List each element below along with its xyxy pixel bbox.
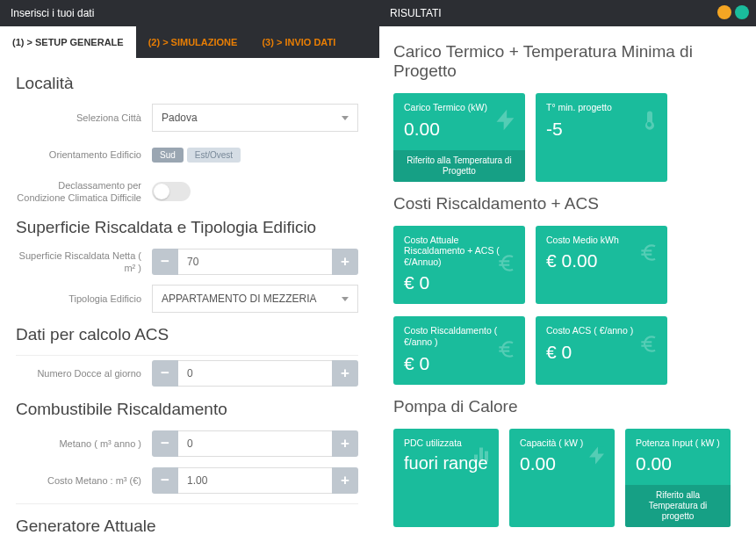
euro-icon: [637, 241, 660, 266]
collapse-icon[interactable]: [717, 5, 731, 19]
superficie-minus[interactable]: −: [152, 249, 178, 275]
costo-metano-plus[interactable]: +: [332, 467, 358, 494]
tile-potenza-input: Potenza Input ( kW ) 0.00 Riferito alla …: [625, 429, 731, 528]
setup-tabs: (1) > SETUP GENERALE (2) > SIMULAZIONE (…: [0, 26, 379, 58]
section-combustibile: Combustibile Riscaldamento: [16, 400, 358, 419]
section-superficie: Superficie Riscaldata e Tipologia Edific…: [16, 218, 358, 237]
costo-metano-minus[interactable]: −: [152, 467, 178, 494]
tile-foot: Riferito alla Temperatura di progetto: [625, 485, 731, 527]
divider: [16, 355, 358, 356]
label-orientamento: Orientamento Edificio: [16, 148, 152, 161]
tile-carico-termico: Carico Termico (kW) 0.00 Riferito alla T…: [393, 93, 525, 182]
tile-costo-riscaldamento: Costo Riscaldamento ( €/anno ) € 0: [393, 316, 525, 384]
label-metano: Metano ( m³ anno ): [16, 437, 152, 450]
label-tipologia: Tipologia Edificio: [16, 293, 152, 305]
section-localita: Località: [16, 74, 358, 93]
section-generatore: Generatore Attuale: [16, 517, 358, 535]
input-superficie[interactable]: [178, 249, 332, 275]
docce-plus[interactable]: +: [332, 360, 358, 387]
input-costo-metano[interactable]: [178, 467, 332, 494]
metano-minus[interactable]: −: [152, 430, 178, 457]
bolt-icon: [587, 445, 608, 468]
metano-plus[interactable]: +: [332, 430, 358, 457]
results-body: Carico Termico + Temperatura Minima di P…: [379, 26, 756, 535]
right-panel-title: RISULTATI: [390, 7, 442, 19]
tab-setup-generale[interactable]: (1) > SETUP GENERALE: [0, 26, 136, 58]
euro-icon: [495, 252, 518, 278]
bolt-icon: [493, 108, 518, 135]
tile-capacita: Capacità ( kW ) 0.00: [509, 429, 615, 528]
chart-icon: [471, 445, 492, 468]
section-acs: Dati per calcolo ACS: [16, 325, 358, 344]
select-tipologia-value: APPARTAMENTO DI MEZZERIA: [162, 293, 316, 305]
tile-label: Potenza Input ( kW ): [636, 437, 720, 449]
results-section-carico: Carico Termico + Temperatura Minima di P…: [393, 42, 742, 81]
label-docce: Numero Docce al giorno: [16, 367, 152, 380]
label-superficie: Superficie Riscaldata Netta ( m² ): [16, 249, 152, 275]
docce-minus[interactable]: −: [152, 360, 178, 387]
thermometer-icon: [639, 107, 660, 136]
tab-invio-dati[interactable]: (3) > INVIO DATI: [249, 26, 348, 58]
pill-estovest[interactable]: Est/Ovest: [187, 148, 241, 163]
refresh-icon[interactable]: [735, 5, 749, 19]
tile-temp-min: T° min. progetto -5: [536, 93, 667, 182]
select-tipologia[interactable]: APPARTAMENTO DI MEZZERIA: [152, 285, 358, 313]
tile-foot: Riferito alla Temperatura di Progetto: [393, 150, 525, 182]
label-costo-metano: Costo Metano : m³ (€): [16, 474, 152, 487]
pill-sud[interactable]: Sud: [152, 148, 184, 163]
tab-simulazione[interactable]: (2) > SIMULAZIONE: [136, 26, 250, 58]
results-section-costi: Costi Riscaldamento + ACS: [393, 194, 742, 213]
input-docce[interactable]: [178, 360, 332, 387]
tile-value: 0.00: [636, 453, 720, 474]
right-panel-header: RISULTATI: [379, 0, 756, 26]
select-city-value: Padova: [162, 112, 198, 124]
left-panel-header: Inserisci i tuoi dati: [0, 0, 379, 26]
results-section-pompa: Pompa di Calore: [393, 397, 742, 416]
select-city[interactable]: Padova: [152, 104, 358, 132]
label-city: Seleziona Città: [16, 112, 152, 124]
orientamento-toggle: Sud Est/Ovest: [152, 148, 358, 163]
label-declassamento: Declassamento per Condizione Climatica D…: [16, 179, 152, 205]
euro-icon: [637, 332, 660, 358]
left-panel-title: Inserisci i tuoi dati: [11, 7, 94, 19]
left-scroll-area[interactable]: Località Seleziona Città Padova Orientam…: [0, 58, 379, 535]
tile-costo-acs: Costo ACS ( €/anno ) € 0: [536, 316, 667, 384]
tile-costo-medio: Costo Medio kWh € 0.00: [536, 226, 667, 305]
input-metano[interactable]: [178, 430, 332, 457]
tile-pdc: PDC utilizzata fuori range: [393, 429, 499, 528]
toggle-declassamento[interactable]: [152, 182, 191, 201]
tile-costo-attuale: Costo Attuale Riscaldamento + ACS ( €/An…: [393, 226, 525, 305]
superficie-plus[interactable]: +: [332, 249, 358, 275]
divider: [16, 503, 358, 504]
euro-icon: [495, 337, 518, 363]
